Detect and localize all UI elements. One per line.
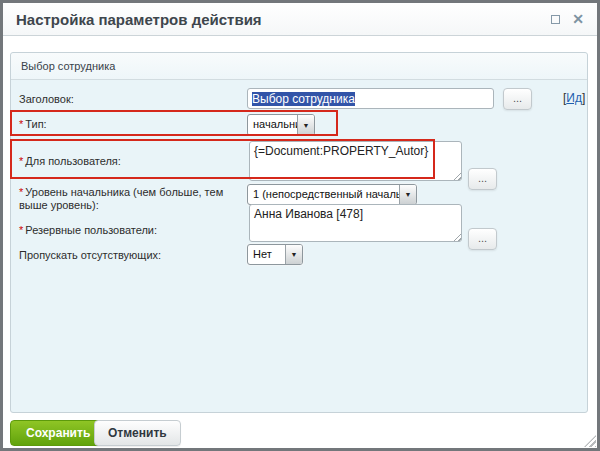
insert-id-link-wrap: [Ид] <box>563 91 585 105</box>
chevron-down-icon[interactable]: ▼ <box>297 115 314 135</box>
manager-level-select[interactable]: 1 (непосредственный начальник) ▼ <box>247 184 417 205</box>
type-select[interactable]: начальник ▼ <box>247 114 315 136</box>
reserve-users-textarea[interactable]: Анна Иванова [478] <box>249 204 462 242</box>
skip-absent-select[interactable]: Нет ▼ <box>247 244 303 265</box>
required-marker: * <box>19 118 23 130</box>
section-title: Выбор сотрудника <box>21 60 115 72</box>
dialog-title: Настройка параметров действия <box>16 11 262 28</box>
reserve-users-more-button[interactable]: ... <box>468 228 497 250</box>
insert-id-link[interactable]: Ид <box>566 91 582 105</box>
close-icon[interactable]: ✕ <box>572 12 584 26</box>
manager-level-select-value: 1 (непосредственный начальник) <box>248 185 399 204</box>
skip-absent-label: Пропускать отсутствующих: <box>19 249 161 262</box>
action-settings-dialog: Настройка параметров действия ✕ Выбор со… <box>0 0 600 451</box>
for-user-label: *Для пользователя: <box>19 155 121 168</box>
skip-absent-select-value: Нет <box>248 245 285 264</box>
maximize-icon[interactable] <box>551 15 560 24</box>
save-button[interactable]: Сохранить <box>10 420 106 446</box>
window-controls: ✕ <box>551 12 584 26</box>
type-label: *Тип: <box>19 118 47 131</box>
required-marker: * <box>19 224 23 236</box>
settings-form: Заголовок: Выбор сотрудника ... [Ид] *Ти… <box>11 80 587 412</box>
chevron-down-icon[interactable]: ▼ <box>285 245 302 264</box>
id-link-close-bracket: ] <box>582 91 585 105</box>
manager-level-label: *Уровень начальника (чем больше, тем выш… <box>19 186 237 212</box>
title-input[interactable]: Выбор сотрудника <box>247 88 494 109</box>
for-user-more-button[interactable]: ... <box>468 168 497 190</box>
section-header: Выбор сотрудника <box>11 53 587 80</box>
required-marker: * <box>19 186 23 198</box>
chevron-down-icon[interactable]: ▼ <box>399 185 416 204</box>
title-label: Заголовок: <box>19 93 74 106</box>
dialog-footer: Сохранить Отменить <box>3 414 597 448</box>
cancel-button[interactable]: Отменить <box>94 420 181 446</box>
type-select-value: начальник <box>248 115 297 135</box>
required-marker: * <box>19 155 23 167</box>
reserve-users-label: *Резервные пользователи: <box>19 224 157 237</box>
titlebar: Настройка параметров действия ✕ <box>3 3 597 36</box>
title-more-button[interactable]: ... <box>503 88 532 110</box>
title-input-selected-text: Выбор сотрудника <box>252 92 355 106</box>
settings-panel: Выбор сотрудника Заголовок: Выбор сотруд… <box>10 52 588 413</box>
for-user-textarea[interactable]: {=Document:PROPERTY_Autor} <box>249 141 462 181</box>
